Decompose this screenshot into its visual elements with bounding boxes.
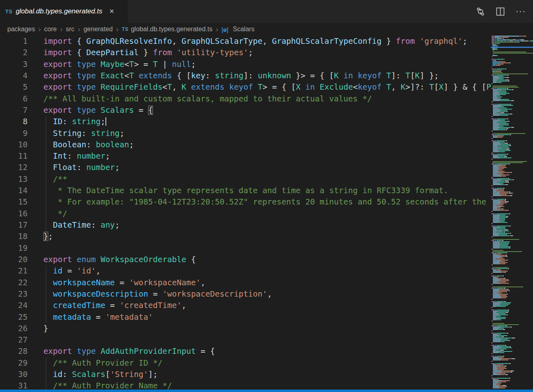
line-number[interactable]: 14 [0, 185, 28, 196]
breadcrumb-item-src[interactable]: src [66, 26, 74, 33]
code-line[interactable]: 15 * For example: "1985-04-12T23:20:50.5… [0, 196, 491, 208]
code-line-text[interactable]: export type Maybe<T> = T | null; [28, 59, 196, 70]
code-line[interactable]: 17 DateTime: any; [0, 220, 491, 231]
line-number[interactable]: 8 [0, 116, 28, 127]
code-line-text[interactable]: Float: number; [28, 162, 120, 173]
line-number[interactable]: 27 [0, 334, 28, 346]
code-line-text[interactable]: id: Scalars['String']; [28, 369, 158, 380]
code-line[interactable]: 28export type AddAuthProviderInput = { [0, 346, 491, 357]
line-number[interactable]: 25 [0, 312, 28, 323]
code-line[interactable]: 26} [0, 323, 491, 334]
tab-global-db-types-generated[interactable]: TS global.db.types.generated.ts ✕ [0, 0, 128, 23]
line-number[interactable]: 6 [0, 93, 28, 105]
code-line-text[interactable]: import { GraphQLResolveInfo, GraphQLScal… [28, 36, 467, 47]
code-line[interactable]: 18}; [0, 231, 491, 242]
code-line-text[interactable]: String: string; [28, 128, 125, 139]
line-number[interactable]: 21 [0, 265, 28, 277]
code-line[interactable]: 14 * The DateTime scalar type represents… [0, 185, 491, 196]
code-line-text[interactable]: Int: number; [28, 151, 110, 162]
code-line[interactable]: 5export type RequireFields<T, K extends … [0, 82, 491, 93]
line-number[interactable]: 9 [0, 128, 28, 139]
code-line-text[interactable]: /** All built-in and custom scalars, map… [28, 93, 372, 105]
code-line-text[interactable]: export type AddAuthProviderInput = { [28, 346, 215, 357]
line-number[interactable]: 31 [0, 380, 28, 390]
code-line-text[interactable]: * The DateTime scalar type represents da… [28, 185, 448, 196]
code-line-text[interactable]: Boolean: boolean; [28, 139, 134, 151]
code-area[interactable]: 1import { GraphQLResolveInfo, GraphQLSca… [0, 36, 491, 390]
breadcrumb-item-symbol-scalars[interactable]: Scalars [221, 26, 254, 33]
code-line-text[interactable]: /** [28, 174, 67, 185]
code-line[interactable]: 2import { DeepPartial } from 'utility-ty… [0, 47, 491, 58]
code-line-text[interactable]: id = 'id', [28, 265, 101, 277]
code-line-text[interactable]: workspaceDescription = 'workspaceDescrip… [28, 289, 272, 300]
line-number[interactable]: 13 [0, 174, 28, 185]
line-number[interactable]: 24 [0, 300, 28, 311]
code-line[interactable]: 13 /** [0, 174, 491, 185]
line-number[interactable]: 16 [0, 208, 28, 220]
code-line[interactable]: 21 id = 'id', [0, 265, 491, 277]
line-number[interactable]: 29 [0, 358, 28, 369]
more-actions-icon[interactable]: ··· [516, 7, 526, 16]
code-line[interactable]: 27 [0, 334, 491, 346]
code-line-text[interactable]: import { DeepPartial } from 'utility-typ… [28, 47, 253, 58]
line-number[interactable]: 18 [0, 231, 28, 242]
line-number[interactable]: 10 [0, 139, 28, 151]
code-line-text[interactable] [28, 334, 43, 346]
line-number[interactable]: 15 [0, 196, 28, 208]
breadcrumb-item-core[interactable]: core [44, 26, 57, 33]
code-line-text[interactable]: export type Scalars = { [28, 105, 153, 116]
breadcrumb-item-generated[interactable]: generated [84, 26, 113, 33]
code-line[interactable]: 25 metadata = 'metadata' [0, 312, 491, 323]
code-line-text[interactable]: }; [28, 231, 53, 242]
code-line-text[interactable]: * For example: "1985-04-12T23:20:50.52Z"… [28, 196, 491, 208]
code-line[interactable]: 22 workspaceName = 'workspaceName', [0, 277, 491, 289]
line-number[interactable]: 30 [0, 369, 28, 380]
code-line-text[interactable]: workspaceName = 'workspaceName', [28, 277, 205, 289]
line-number[interactable]: 17 [0, 220, 28, 231]
code-line[interactable]: 31 /** Auth Provider Name */ [0, 380, 491, 390]
line-number[interactable]: 11 [0, 151, 28, 162]
line-number[interactable]: 5 [0, 82, 28, 93]
code-line-text[interactable]: ID: string; [28, 116, 105, 127]
code-line[interactable]: 29 /** Auth Provider ID */ [0, 358, 491, 369]
split-editor-icon[interactable] [496, 7, 505, 16]
code-line[interactable]: 23 workspaceDescription = 'workspaceDesc… [0, 289, 491, 300]
code-line-text[interactable]: DateTime: any; [28, 220, 120, 231]
code-line[interactable]: 12 Float: number; [0, 162, 491, 173]
close-icon[interactable]: ✕ [108, 7, 116, 16]
line-number[interactable]: 7 [0, 105, 28, 116]
line-number[interactable]: 19 [0, 243, 28, 254]
line-number[interactable]: 22 [0, 277, 28, 289]
code-line[interactable]: 11 Int: number; [0, 151, 491, 162]
code-line-text[interactable]: createdTime = 'createdTime', [28, 300, 186, 311]
code-line[interactable]: 10 Boolean: boolean; [0, 139, 491, 151]
breadcrumb-item-file[interactable]: TS global.db.types.generated.ts [122, 26, 212, 33]
code-line[interactable]: 16 */ [0, 208, 491, 220]
line-number[interactable]: 3 [0, 59, 28, 70]
line-number[interactable]: 1 [0, 36, 28, 47]
line-number[interactable]: 23 [0, 289, 28, 300]
code-line-text[interactable]: */ [28, 208, 67, 220]
code-line[interactable]: 30 id: Scalars['String']; [0, 369, 491, 380]
code-line[interactable]: 6/** All built-in and custom scalars, ma… [0, 93, 491, 105]
code-line[interactable]: 4export type Exact<T extends { [key: str… [0, 70, 491, 82]
code-line-text[interactable]: /** Auth Provider ID */ [28, 358, 163, 369]
code-line-text[interactable]: export enum WorkspaceOrderable { [28, 254, 196, 265]
code-line[interactable]: 19 [0, 243, 491, 254]
code-line[interactable]: 20export enum WorkspaceOrderable { [0, 254, 491, 265]
code-line-text[interactable]: /** Auth Provider Name */ [28, 380, 172, 390]
line-number[interactable]: 12 [0, 162, 28, 173]
line-number[interactable]: 4 [0, 70, 28, 82]
code-line-text[interactable]: metadata = 'metadata' [28, 312, 153, 323]
code-line-text[interactable]: export type Exact<T extends { [key: stri… [28, 70, 439, 82]
code-line[interactable]: 7export type Scalars = { [0, 105, 491, 116]
open-changes-icon[interactable] [476, 7, 485, 16]
minimap[interactable] [491, 36, 533, 390]
line-number[interactable]: 28 [0, 346, 28, 357]
code-line[interactable]: 9 String: string; [0, 128, 491, 139]
breadcrumb-item-packages[interactable]: packages [7, 26, 35, 33]
code-line[interactable]: 1import { GraphQLResolveInfo, GraphQLSca… [0, 36, 491, 47]
code-line-text[interactable] [28, 243, 43, 254]
code-line[interactable]: 3export type Maybe<T> = T | null; [0, 59, 491, 70]
line-number[interactable]: 2 [0, 47, 28, 58]
